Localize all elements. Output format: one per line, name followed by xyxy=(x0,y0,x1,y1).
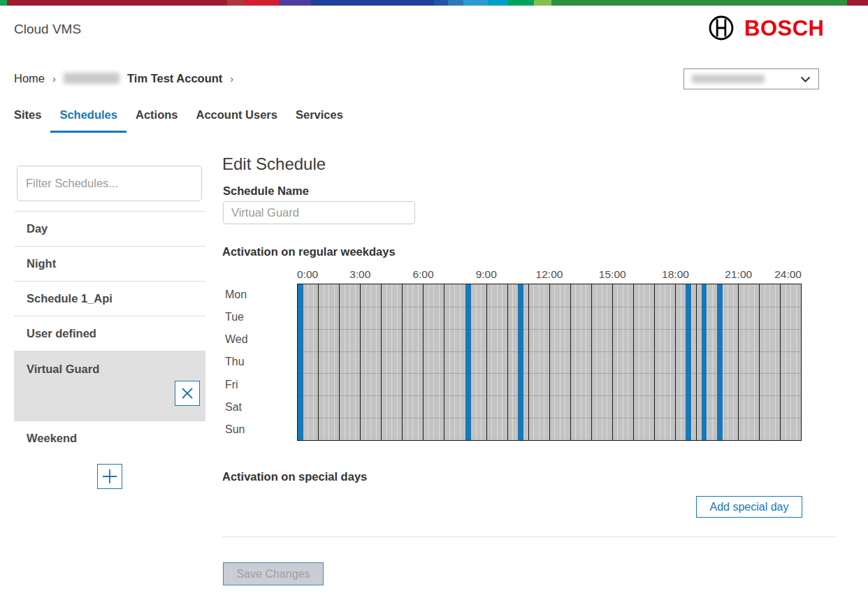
time-slot-cell[interactable] xyxy=(370,284,376,440)
time-slot-cell[interactable] xyxy=(660,284,665,440)
time-slot-cell[interactable] xyxy=(654,284,660,440)
time-slot-cell[interactable] xyxy=(759,284,765,440)
time-slot-cell[interactable] xyxy=(397,284,403,440)
tab-actions[interactable]: Actions xyxy=(126,105,187,133)
time-slot-cell[interactable] xyxy=(596,284,602,440)
time-slot-cell[interactable] xyxy=(586,284,591,440)
schedule-name-input[interactable] xyxy=(223,201,415,224)
time-slot-cell[interactable] xyxy=(308,284,313,440)
time-slot-cell[interactable] xyxy=(533,284,539,440)
time-slot-cell[interactable] xyxy=(428,284,434,440)
time-slot-cell[interactable] xyxy=(786,284,791,440)
time-slot-cell[interactable] xyxy=(607,284,612,440)
active-slot-bar[interactable] xyxy=(717,284,723,440)
time-slot-cell[interactable] xyxy=(491,284,497,440)
tab-services[interactable]: Services xyxy=(287,105,352,133)
schedule-list-item-user-defined[interactable]: User defined xyxy=(14,316,205,351)
time-slot-cell[interactable] xyxy=(554,284,560,440)
time-slot-cell[interactable] xyxy=(738,284,744,440)
time-slot-cell[interactable] xyxy=(324,284,329,440)
time-slot-cell[interactable] xyxy=(581,284,586,440)
time-slot-cell[interactable] xyxy=(675,284,681,440)
schedule-grid[interactable] xyxy=(297,284,802,441)
active-slot-bar[interactable] xyxy=(686,284,691,440)
time-slot-cell[interactable] xyxy=(733,284,739,440)
time-slot-cell[interactable] xyxy=(476,284,482,440)
time-slot-cell[interactable] xyxy=(728,284,733,440)
time-slot-cell[interactable] xyxy=(549,284,555,440)
schedule-list-item-schedule-1-api[interactable]: Schedule 1_Api xyxy=(14,281,205,316)
time-slot-cell[interactable] xyxy=(334,284,340,440)
schedule-list-item-virtual-guard[interactable]: Virtual Guard xyxy=(14,351,205,421)
add-schedule-button[interactable] xyxy=(97,464,122,489)
time-slot-cell[interactable] xyxy=(512,284,518,440)
time-slot-cell[interactable] xyxy=(775,284,781,440)
time-slot-cell[interactable] xyxy=(418,284,424,440)
time-slot-cell[interactable] xyxy=(633,284,639,440)
time-slot-cell[interactable] xyxy=(780,284,786,440)
time-slot-cell[interactable] xyxy=(560,284,565,440)
time-slot-cell[interactable] xyxy=(412,284,418,440)
time-slot-cell[interactable] xyxy=(449,284,455,440)
time-slot-cell[interactable] xyxy=(402,284,407,440)
time-slot-cell[interactable] xyxy=(481,284,486,440)
schedule-list-item-night[interactable]: Night xyxy=(14,246,205,281)
time-slot-cell[interactable] xyxy=(748,284,754,440)
time-slot-cell[interactable] xyxy=(303,284,308,440)
filter-schedules-input[interactable] xyxy=(17,166,202,201)
time-slot-cell[interactable] xyxy=(376,284,382,440)
tab-sites[interactable]: Sites xyxy=(14,105,50,133)
time-slot-cell[interactable] xyxy=(433,284,439,440)
time-slot-cell[interactable] xyxy=(544,284,549,440)
time-slot-cell[interactable] xyxy=(391,284,397,440)
tab-schedules[interactable]: Schedules xyxy=(50,105,126,133)
time-slot-cell[interactable] xyxy=(723,284,728,440)
time-slot-cell[interactable] xyxy=(769,284,775,440)
time-slot-cell[interactable] xyxy=(670,284,676,440)
time-slot-cell[interactable] xyxy=(460,284,465,440)
time-slot-cell[interactable] xyxy=(355,284,361,440)
time-slot-cell[interactable] xyxy=(617,284,623,440)
time-slot-cell[interactable] xyxy=(644,284,649,440)
time-slot-cell[interactable] xyxy=(665,284,670,440)
time-slot-cell[interactable] xyxy=(339,284,345,440)
active-slot-bar[interactable] xyxy=(518,284,523,440)
account-dropdown[interactable] xyxy=(683,68,819,89)
breadcrumb-home-link[interactable]: Home xyxy=(14,72,45,85)
time-slot-cell[interactable] xyxy=(313,284,319,440)
time-slot-cell[interactable] xyxy=(360,284,366,440)
time-slot-cell[interactable] xyxy=(649,284,655,440)
time-slot-cell[interactable] xyxy=(502,284,507,440)
time-slot-cell[interactable] xyxy=(691,284,697,440)
save-changes-button[interactable]: Save Changes xyxy=(223,562,324,585)
time-slot-cell[interactable] xyxy=(444,284,449,440)
time-slot-cell[interactable] xyxy=(318,284,324,440)
time-slot-cell[interactable] xyxy=(328,284,334,440)
time-slot-cell[interactable] xyxy=(754,284,760,440)
time-slot-cell[interactable] xyxy=(386,284,392,440)
active-slot-bar[interactable] xyxy=(298,284,303,440)
time-slot-cell[interactable] xyxy=(439,284,444,440)
time-slot-cell[interactable] xyxy=(628,284,633,440)
time-slot-cell[interactable] xyxy=(602,284,607,440)
time-slot-cell[interactable] xyxy=(345,284,350,440)
active-slot-bar[interactable] xyxy=(465,284,471,440)
time-slot-cell[interactable] xyxy=(639,284,644,440)
time-slot-cell[interactable] xyxy=(470,284,476,440)
time-slot-cell[interactable] xyxy=(528,284,534,440)
time-slot-cell[interactable] xyxy=(423,284,428,440)
time-slot-cell[interactable] xyxy=(623,284,628,440)
time-slot-cell[interactable] xyxy=(497,284,502,440)
time-slot-cell[interactable] xyxy=(454,284,460,440)
active-slot-bar[interactable] xyxy=(702,284,707,440)
time-slot-cell[interactable] xyxy=(796,284,802,440)
time-slot-cell[interactable] xyxy=(612,284,618,440)
time-slot-cell[interactable] xyxy=(570,284,576,440)
time-slot-cell[interactable] xyxy=(539,284,544,440)
time-slot-cell[interactable] xyxy=(765,284,770,440)
time-slot-cell[interactable] xyxy=(707,284,712,440)
time-slot-cell[interactable] xyxy=(565,284,570,440)
time-slot-cell[interactable] xyxy=(507,284,513,440)
add-special-day-button[interactable]: Add special day xyxy=(696,496,802,518)
time-slot-cell[interactable] xyxy=(790,284,796,440)
